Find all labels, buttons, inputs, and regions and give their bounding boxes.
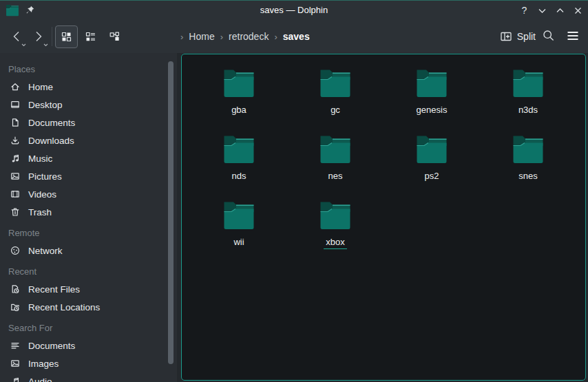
sidebar-item-label: Downloads — [28, 136, 74, 146]
sidebar-item-videos[interactable]: Videos — [0, 185, 177, 203]
sidebar-item-documents[interactable]: Documents — [0, 114, 177, 131]
split-view-icon — [500, 30, 512, 43]
sidebar-item-pictures[interactable]: Pictures — [0, 167, 177, 185]
download-icon — [10, 135, 21, 146]
music-icon — [10, 153, 21, 164]
folder-icon — [319, 67, 352, 100]
maximize-button[interactable] — [554, 5, 566, 17]
sidebar-item-label: Music — [28, 153, 52, 164]
minimize-button[interactable] — [536, 5, 548, 17]
folder-label: nes — [326, 171, 345, 182]
sidebar-item-recent-locations[interactable]: Recent Locations — [0, 298, 177, 316]
search-icon[interactable] — [541, 27, 556, 46]
sidebar-item-music[interactable]: Music — [0, 149, 177, 167]
view-mode-group — [55, 25, 127, 48]
icons-view-icon — [61, 31, 72, 43]
folder-icon — [222, 67, 255, 100]
sidebar-item-label: Recent Locations — [28, 302, 100, 312]
image-icon — [10, 358, 21, 369]
folder-item-ps2[interactable]: ps2 — [384, 129, 480, 195]
sidebar-section-header-places: Places — [0, 61, 177, 78]
text-lines-icon — [10, 340, 21, 351]
sidebar-item-label: Pictures — [28, 171, 62, 182]
folder-item-nes[interactable]: nes — [287, 129, 384, 195]
sidebar-item-home[interactable]: Home — [0, 78, 177, 96]
folder-label: ps2 — [423, 171, 441, 182]
desktop-icon — [10, 99, 21, 110]
content-area: gba gc genesis n3ds nds nes ps2 snes wii… — [177, 53, 588, 382]
sidebar-item-documents[interactable]: Documents — [0, 337, 177, 354]
breadcrumb-item-saves[interactable]: saves — [283, 31, 310, 42]
breadcrumb-item-retrodeck[interactable]: retrodeck — [229, 31, 269, 42]
folder-label: gba — [229, 105, 249, 116]
details-view-button[interactable] — [79, 25, 102, 48]
sidebar-item-label: Trash — [28, 207, 52, 217]
window-controls: ? — [518, 1, 584, 20]
folder-icon — [415, 133, 448, 166]
sidebar-item-images[interactable]: Images — [0, 354, 177, 372]
folder-label: nds — [230, 171, 249, 182]
sidebar-item-downloads[interactable]: Downloads — [0, 131, 177, 149]
folder-label: xbox — [324, 237, 346, 249]
sidebar-item-network[interactable]: Network — [0, 242, 177, 259]
sidebar-item-label: Documents — [28, 118, 75, 128]
window-title: saves — Dolphin — [0, 1, 588, 20]
icons-view-button[interactable] — [55, 25, 78, 48]
folder-item-genesis[interactable]: genesis — [384, 63, 480, 129]
folder-label: gc — [328, 105, 342, 116]
folder-item-gba[interactable]: gba — [191, 63, 287, 129]
sidebar-section-header-search-for: Search For — [0, 320, 177, 337]
tree-view-icon — [109, 31, 120, 43]
back-arrow-icon[interactable] — [6, 24, 28, 49]
sidebar-item-audio[interactable]: Audio — [0, 372, 177, 382]
sidebar-item-label: Home — [28, 82, 53, 92]
tree-view-button[interactable] — [103, 25, 126, 48]
breadcrumb-item-home[interactable]: Home — [189, 31, 214, 42]
breadcrumb-separator-icon: › — [180, 32, 183, 42]
hamburger-menu-icon[interactable] — [565, 28, 581, 45]
breadcrumb: ›Home›retrodeck›saves — [180, 20, 310, 53]
recent-file-icon — [10, 284, 21, 295]
sidebar-item-trash[interactable]: Trash — [0, 203, 177, 221]
folder-item-nds[interactable]: nds — [191, 129, 287, 195]
sidebar-item-label: Recent Files — [28, 284, 80, 295]
titlebar: saves — Dolphin ? — [0, 1, 588, 20]
folder-icon — [222, 133, 255, 166]
sidebar-section-header-recent: Recent — [0, 264, 177, 280]
sidebar-item-desktop[interactable]: Desktop — [0, 96, 177, 114]
folder-icon — [512, 67, 545, 100]
forward-arrow-icon[interactable] — [28, 24, 50, 49]
music-icon — [10, 376, 21, 382]
sidebar-item-recent-files[interactable]: Recent Files — [0, 280, 177, 298]
folder-item-n3ds[interactable]: n3ds — [480, 63, 576, 129]
places-panel: PlacesHomeDesktopDocumentsDownloadsMusic… — [0, 53, 177, 382]
sidebar-item-label: Documents — [28, 341, 75, 351]
folder-item-wii[interactable]: wii — [191, 195, 287, 261]
home-icon — [10, 81, 21, 92]
close-button[interactable] — [572, 5, 584, 17]
folder-item-gc[interactable]: gc — [287, 63, 384, 129]
folder-icon — [319, 133, 352, 166]
folder-view: gba gc genesis n3ds nds nes ps2 snes wii… — [181, 54, 586, 381]
sidebar-item-label: Audio — [28, 376, 52, 382]
details-view-icon — [85, 31, 96, 43]
folder-label: n3ds — [516, 105, 540, 116]
sidebar-item-label: Videos — [28, 189, 56, 200]
folder-icon — [512, 133, 545, 166]
folder-item-snes[interactable]: snes — [480, 129, 576, 195]
folder-icon — [415, 67, 448, 100]
breadcrumb-separator-icon: › — [274, 32, 277, 42]
folder-item-xbox[interactable]: xbox — [287, 195, 384, 261]
sidebar-scrollbar[interactable] — [168, 61, 174, 364]
breadcrumb-separator-icon: › — [220, 32, 223, 42]
network-icon — [10, 245, 21, 256]
recent-folder-icon — [10, 301, 21, 312]
sidebar-section-header-remote: Remote — [0, 225, 177, 242]
sidebar-item-label: Images — [28, 359, 59, 369]
toolbar-separator — [52, 27, 52, 46]
split-button-label: Split — [517, 31, 536, 42]
folder-grid: gba gc genesis n3ds nds nes ps2 snes wii… — [182, 54, 578, 261]
help-button[interactable]: ? — [518, 5, 530, 17]
split-button[interactable]: Split — [500, 24, 536, 49]
folder-label: wii — [231, 237, 246, 248]
